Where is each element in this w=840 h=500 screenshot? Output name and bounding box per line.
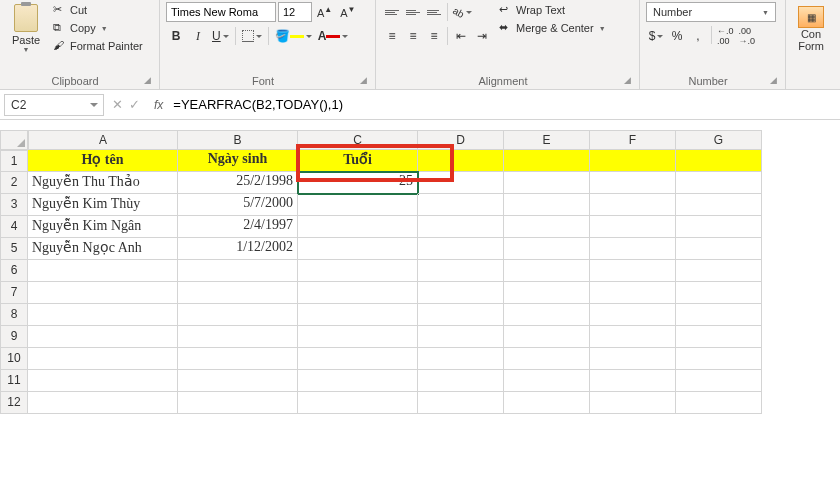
comma-format-button[interactable]: , — [688, 26, 708, 46]
cell-B1[interactable]: Ngày sinh — [178, 150, 298, 172]
cell-G6[interactable] — [676, 260, 762, 282]
cell-B5[interactable]: 1/12/2002 — [178, 238, 298, 260]
cell-F3[interactable] — [590, 194, 676, 216]
align-center-button[interactable]: ≡ — [403, 26, 423, 46]
cell-D3[interactable] — [418, 194, 504, 216]
cell-G7[interactable] — [676, 282, 762, 304]
cell-E10[interactable] — [504, 348, 590, 370]
cell-C5[interactable] — [298, 238, 418, 260]
cell-A5[interactable]: Nguyễn Ngọc Anh — [28, 238, 178, 260]
underline-button[interactable]: U — [210, 26, 231, 46]
row-header-10[interactable]: 10 — [0, 348, 28, 370]
cell-C7[interactable] — [298, 282, 418, 304]
cell-E5[interactable] — [504, 238, 590, 260]
cell-D6[interactable] — [418, 260, 504, 282]
cell-A11[interactable] — [28, 370, 178, 392]
cell-G10[interactable] — [676, 348, 762, 370]
column-header-D[interactable]: D — [418, 130, 504, 150]
cell-G4[interactable] — [676, 216, 762, 238]
column-header-G[interactable]: G — [676, 130, 762, 150]
cell-B10[interactable] — [178, 348, 298, 370]
paste-button[interactable]: Paste ▼ — [6, 2, 46, 55]
enter-formula-button[interactable]: ✓ — [129, 97, 140, 112]
row-header-7[interactable]: 7 — [0, 282, 28, 304]
cell-F7[interactable] — [590, 282, 676, 304]
number-format-select[interactable]: Number▼ — [646, 2, 776, 22]
cell-C1[interactable]: Tuổi — [298, 150, 418, 172]
cell-A6[interactable] — [28, 260, 178, 282]
cell-C6[interactable] — [298, 260, 418, 282]
copy-button[interactable]: ⧉Copy▼ — [50, 20, 146, 36]
column-header-A[interactable]: A — [28, 130, 178, 150]
cell-A7[interactable] — [28, 282, 178, 304]
cell-G1[interactable] — [676, 150, 762, 172]
increase-font-button[interactable]: A▲ — [314, 4, 335, 20]
decrease-decimal-button[interactable]: .00→.0 — [737, 26, 758, 46]
cell-A12[interactable] — [28, 392, 178, 414]
cell-F12[interactable] — [590, 392, 676, 414]
accounting-format-button[interactable]: $ — [646, 26, 666, 46]
cell-D5[interactable] — [418, 238, 504, 260]
cell-A4[interactable]: Nguyễn Kim Ngân — [28, 216, 178, 238]
cell-C3[interactable] — [298, 194, 418, 216]
cell-A3[interactable]: Nguyễn Kim Thùy — [28, 194, 178, 216]
conditional-formatting-button[interactable]: ▦ Con Form — [792, 2, 830, 56]
row-header-9[interactable]: 9 — [0, 326, 28, 348]
row-header-11[interactable]: 11 — [0, 370, 28, 392]
row-header-2[interactable]: 2 — [0, 172, 28, 194]
cell-F4[interactable] — [590, 216, 676, 238]
name-box[interactable]: C2 — [4, 94, 104, 116]
cell-D12[interactable] — [418, 392, 504, 414]
column-header-E[interactable]: E — [504, 130, 590, 150]
cell-A10[interactable] — [28, 348, 178, 370]
fx-icon[interactable]: fx — [148, 98, 169, 112]
cell-C2[interactable]: 25 — [298, 172, 418, 194]
cell-G2[interactable] — [676, 172, 762, 194]
dialog-launcher-icon[interactable]: ◢ — [770, 75, 777, 85]
cell-E1[interactable] — [504, 150, 590, 172]
row-header-1[interactable]: 1 — [0, 150, 28, 172]
cell-F5[interactable] — [590, 238, 676, 260]
cell-F9[interactable] — [590, 326, 676, 348]
align-top-button[interactable] — [382, 2, 402, 22]
cell-D4[interactable] — [418, 216, 504, 238]
cell-G12[interactable] — [676, 392, 762, 414]
cell-D8[interactable] — [418, 304, 504, 326]
column-header-F[interactable]: F — [590, 130, 676, 150]
cell-B11[interactable] — [178, 370, 298, 392]
cell-A2[interactable]: Nguyễn Thu Thảo — [28, 172, 178, 194]
increase-indent-button[interactable]: ⇥ — [472, 26, 492, 46]
dialog-launcher-icon[interactable]: ◢ — [624, 75, 631, 85]
cell-C4[interactable] — [298, 216, 418, 238]
cell-A8[interactable] — [28, 304, 178, 326]
cell-G9[interactable] — [676, 326, 762, 348]
row-header-6[interactable]: 6 — [0, 260, 28, 282]
row-header-5[interactable]: 5 — [0, 238, 28, 260]
cell-E12[interactable] — [504, 392, 590, 414]
row-header-4[interactable]: 4 — [0, 216, 28, 238]
increase-decimal-button[interactable]: ←.0.00 — [715, 26, 736, 46]
merge-center-button[interactable]: ⬌Merge & Center▼ — [496, 20, 609, 36]
align-bottom-button[interactable] — [424, 2, 444, 22]
cell-D2[interactable] — [418, 172, 504, 194]
cell-D1[interactable] — [418, 150, 504, 172]
cell-D9[interactable] — [418, 326, 504, 348]
fill-color-button[interactable]: 🪣 — [273, 26, 314, 46]
cell-G3[interactable] — [676, 194, 762, 216]
cell-D10[interactable] — [418, 348, 504, 370]
cell-G8[interactable] — [676, 304, 762, 326]
align-middle-button[interactable] — [403, 2, 423, 22]
cancel-formula-button[interactable]: ✕ — [112, 97, 123, 112]
cell-C9[interactable] — [298, 326, 418, 348]
cell-E8[interactable] — [504, 304, 590, 326]
cell-E3[interactable] — [504, 194, 590, 216]
cell-D7[interactable] — [418, 282, 504, 304]
row-header-3[interactable]: 3 — [0, 194, 28, 216]
decrease-font-button[interactable]: A▼ — [337, 4, 358, 20]
decrease-indent-button[interactable]: ⇤ — [451, 26, 471, 46]
cell-F1[interactable] — [590, 150, 676, 172]
cell-E11[interactable] — [504, 370, 590, 392]
wrap-text-button[interactable]: ↩Wrap Text — [496, 2, 609, 18]
cell-D11[interactable] — [418, 370, 504, 392]
cell-E7[interactable] — [504, 282, 590, 304]
